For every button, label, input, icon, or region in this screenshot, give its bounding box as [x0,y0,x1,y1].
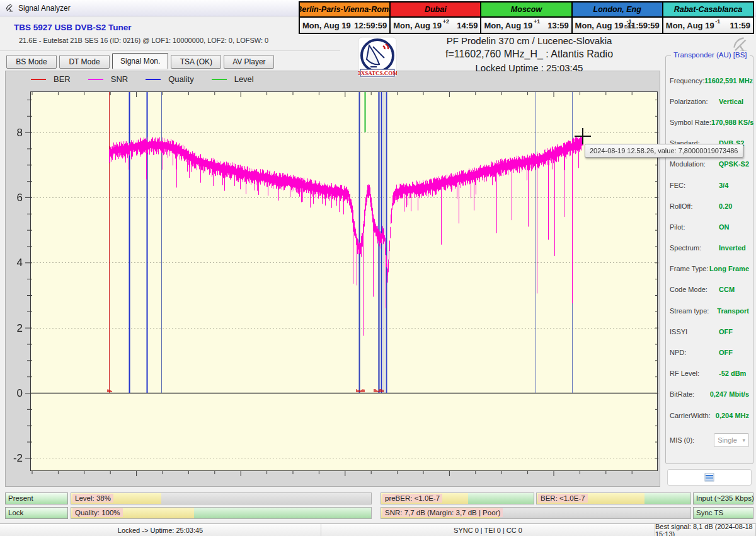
transponder-row: Code Mode:CCM [666,279,753,300]
transponder-row: Spectrum:Inverted [666,238,753,259]
clock-time: 12:59:59 [354,21,387,30]
clock-date: Mon, Aug 19 [302,21,351,30]
transponder-label: Modulation: [670,160,719,168]
progress-bar: preBER: <1.0E-7 [381,492,534,504]
transponder-row: Polarization:Vertical [666,91,753,112]
logo-text: DXSATCS.COM [358,70,397,76]
transponder-label: Stream type: [670,307,717,315]
signal-chart-panel: BERSNRQualityLevel [5,71,660,487]
antenna-location-line: PF Prodelin 370 cm / Lucenec-Slovakia [397,35,662,46]
clock-date: Mon, Aug 19 [484,21,532,30]
transponder-row: Pilot:ON [666,216,753,237]
progress-bar-label: Quality: 100% [72,508,123,517]
clock-time-row: Mon, Aug 19+113:59 [481,18,571,33]
transponder-label: ISSYI [670,328,719,335]
clock-time-row: Mon, Aug 19-1DST11:59:59 [573,18,662,33]
clock-city-label: Dubai [391,3,480,18]
clock-0: Berlin-Paris-Vienna-RomaMon, Aug 1912:59… [300,3,391,33]
progress-bar: BER: <1.0E-7 [536,492,691,504]
transponder-value: OFF [719,349,733,356]
progress-bar-label: Level: 38% [72,494,113,503]
transponder-label: NPD: [670,349,719,356]
tuner-title: TBS 5927 USB DVB-S2 Tuner [14,23,132,32]
legend-color-dash [88,79,103,80]
clock-time-row: Mon, Aug 1912:59:59 [300,18,389,33]
transponder-row: Stream type:Transport [666,300,753,321]
transponder-row: CarrierWidth:0,204 MHz [666,405,753,426]
indicator-input-235-kbps-: Input (~235 Kbps) [693,492,753,504]
tab-av-player[interactable]: AV Player [224,55,274,69]
transponder-label: RF Level: [670,370,719,377]
transponder-row: Frame Type:Long Frame [666,259,753,279]
transponder-label: Polarization: [670,98,719,105]
transponder-value: 3/4 [719,182,728,189]
transponder-value: ON [719,223,730,231]
progress-bar-label: preBER: <1.0E-7 [382,494,442,503]
clock-utc-offset: -1 [715,18,720,25]
transponder-value: QPSK-S2 [719,160,749,168]
transponder-value: Inverted [719,244,746,252]
transponder-label: Pilot: [670,223,719,231]
transponder-row: RollOff:0.20 [666,195,753,216]
clock-date: Mon, Aug 19 [575,21,624,30]
center-header: PF Prodelin 370 cm / Lucenec-Slovakia f=… [397,35,662,73]
mis-selected-value: Single [718,436,737,444]
transponder-list-button[interactable] [667,469,752,486]
tab-dt-mode[interactable]: DT Mode [59,55,110,69]
clock-city-label: Berlin-Paris-Vienna-Roma [300,3,389,18]
clock-time: 14:59 [457,21,478,30]
window-title: Signal Analyzer [18,4,71,13]
clock-utc-offset: +2 [443,18,449,25]
tab-signal-mon-[interactable]: Signal Mon. [112,53,168,69]
progress-bar: SNR: 7,7 dB (Margin: 3,7 dB | Poor) [381,507,691,519]
transponder-label: Frame Type: [670,265,709,272]
clock-4: Rabat-CasablancaMon, Aug 19-111:59 [663,3,753,33]
transponder-panel-title: Transponder (AU) [BS] [671,51,750,59]
clock-date: Mon, Aug 19 [666,21,714,30]
transponder-value: 170,988 KS/s [711,119,753,126]
clock-time-row: Mon, Aug 19+214:59 [391,18,480,33]
legend-label: BER [54,74,71,84]
transponder-panel: Transponder (AU) [BS] Frequency:11602,59… [665,55,753,464]
clock-city-label: Moscow [481,3,571,18]
signal-history-chart[interactable] [6,88,660,486]
satellite-dish-icon [5,3,14,13]
tab-bs-mode[interactable]: BS Mode [6,55,57,69]
list-icon [704,473,714,482]
transponder-label: Spectrum: [670,244,719,252]
transponder-label: Code Mode: [670,286,719,293]
chart-legend: BERSNRQualityLevel [31,74,254,84]
transponder-value: Vertical [719,98,743,105]
locked-uptime-line: Locked Uptime : 25:03:45 [397,62,662,73]
transponder-value: 0,247 Mbit/s [710,390,749,398]
clock-city-label: Rabat-Casablanca [663,3,753,18]
clock-date: Mon, Aug 19 [393,21,442,30]
transponder-value: Transport [717,307,749,315]
transponder-label: CarrierWidth: [670,412,716,419]
progress-bar-label: BER: <1.0E-7 [538,494,588,503]
transponder-label: FEC: [670,182,719,189]
clock-time-row: Mon, Aug 19-111:59 [663,18,753,33]
statusbar-section-0: Locked -> Uptime: 25:03:45 [0,524,321,536]
transponder-row: ISSYIOFF [666,321,753,342]
mis-dropdown[interactable]: Single ▾ [714,433,749,447]
legend-item-snr: SNR [88,74,128,84]
progress-bar: Quality: 100% [71,507,372,519]
transponder-row: NPD:OFF [666,342,753,363]
clock-3: London, EngMon, Aug 19-1DST11:59:59 [573,3,663,33]
statusbar-section-1: SYNC 0 | TEI 0 | CC 0 [321,524,655,536]
clock-city-label: London, Eng [573,3,662,18]
progress-bar: Level: 38% [71,492,372,504]
transponder-label: Frequency: [670,77,704,84]
world-clock-panel: Berlin-Paris-Vienna-RomaMon, Aug 1912:59… [299,1,754,34]
transponder-value: OFF [719,328,733,335]
indicator-present: Present [5,492,68,504]
tab-tsa-ok-[interactable]: TSA (OK) [171,55,221,69]
indicator-sync-ts: Sync TS [693,507,753,519]
clock-1: DubaiMon, Aug 19+214:59 [391,3,481,33]
statusbar-section-2: Best signal: 8,1 dB (2024-08-18 15:13) [655,524,756,536]
legend-item-quality: Quality [146,74,193,84]
legend-color-dash [146,79,161,80]
chevron-down-icon: ▾ [742,437,745,443]
transponder-label: RollOff: [670,202,719,210]
